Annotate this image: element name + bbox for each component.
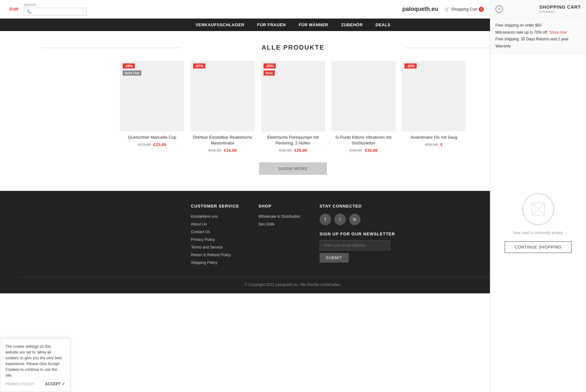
product-name-1: Quetschbar Manuelle Cup — [120, 135, 184, 140]
product-name-4: G-Punkt Klitoris Vibratoren mit Stoßfunk… — [331, 135, 395, 146]
product-image-5: -10% — [402, 61, 466, 131]
footer-link-shipping[interactable]: Shipping Policy — [191, 260, 217, 265]
newsletter-submit-button[interactable]: SUBMIT — [320, 253, 349, 263]
logo: paloqueth.eu — [402, 6, 438, 12]
product-prices-2: €39,99 €16,99 — [191, 148, 255, 153]
discount-badge-3: -25% — [264, 63, 276, 69]
cart-product-count: 0 Product — [539, 10, 581, 13]
show-more-container: SHOW MORE — [13, 162, 573, 175]
price-sale-4: €35,99 — [365, 148, 378, 153]
product-card[interactable]: -25% New Elektrische Penispumpe mit Peni… — [261, 61, 325, 153]
search-input[interactable] — [33, 9, 84, 14]
nav-item-deals[interactable]: DEALS — [376, 22, 391, 27]
products-grid: -29% Sold Out Quetschbar Manuelle Cup €3… — [13, 61, 573, 153]
product-image-2: -57% — [191, 61, 255, 131]
product-prices-3: €38,99 €28,99 — [261, 148, 325, 153]
cart-close-button[interactable]: ✕ — [495, 5, 503, 13]
header-left: EUR Search 🔍 — [10, 3, 87, 16]
cart-title: SHOPPING CART — [539, 4, 581, 10]
price-sale-2: €16,99 — [224, 148, 237, 153]
search-icon: 🔍 — [26, 9, 31, 14]
copyright: © Copyright 2021 paloqueth.eu. Alle Rech… — [244, 282, 341, 287]
product-image-3: -25% New — [261, 61, 325, 131]
cart-show-now-link[interactable]: Show now — [549, 30, 567, 35]
new-badge-3: New — [264, 70, 275, 76]
footer-link-contact-us[interactable]: Contact Us — [191, 230, 210, 234]
show-more-button[interactable]: SHOW MORE — [259, 162, 327, 175]
product-card[interactable]: -10% Analvibrator Flo mit Saug €58,99 € — [402, 61, 466, 153]
search-box: 🔍 — [23, 8, 87, 16]
footer-customer-service-title: CUSTOMER SERVICE — [191, 204, 239, 208]
product-image-4 — [331, 61, 395, 131]
cart-promo-line3: Free shipping, 30 Days Returns and 2 yea… — [495, 36, 581, 50]
product-name-2: Drehbar Einstellbar Realistische Masturb… — [191, 135, 255, 146]
footer-link-wholesale[interactable]: Wholesale & Distribution — [258, 214, 300, 219]
discount-badge-2: -57% — [193, 63, 205, 69]
price-sale-3: €28,99 — [294, 148, 307, 153]
product-name-5: Analvibrator Flo mit Saug — [402, 135, 466, 140]
cart-link[interactable]: 🛒 Shopping Cart 0 — [444, 7, 484, 12]
newsletter-email-input[interactable] — [320, 240, 390, 250]
footer-link-return[interactable]: Return & Refund Policy — [191, 253, 231, 257]
cart-count: 0 — [479, 7, 484, 12]
cart-sidebar: ✕ SHOPPING CART 0 Product Free shipping … — [490, 0, 586, 293]
price-original-3: €38,99 — [279, 148, 292, 153]
footer-shop-title: SHOP — [258, 204, 300, 208]
price-original-5: €58,99 — [425, 142, 438, 147]
search-label: Search — [23, 3, 87, 7]
social-icon-3[interactable]: in — [349, 214, 361, 225]
continue-shopping-button[interactable]: CONTINUE SHOPPING — [505, 241, 571, 253]
cart-empty-icon — [522, 193, 554, 225]
section-title: ALLE PRODUKTE — [13, 44, 573, 51]
footer-stay-connected-title: STAY CONNECTED — [320, 204, 395, 208]
newsletter-title: SIGN UP FOR OUR NEWSLETTER — [320, 232, 395, 236]
nav-item-fur-frauen[interactable]: FÜR FRAUEN — [257, 22, 286, 27]
social-icons: f t in — [320, 214, 395, 225]
footer-link-about-us[interactable]: About Us — [191, 222, 207, 226]
product-image-1: -29% Sold Out — [120, 61, 184, 131]
currency-selector[interactable]: EUR — [10, 7, 18, 12]
nav-item-zubehor[interactable]: ZUBEHÖR — [341, 22, 363, 27]
price-original-2: €39,99 — [208, 148, 221, 153]
footer-link-terms[interactable]: Terms and Service — [191, 245, 223, 249]
footer-shop-list: Wholesale & Distribution Sex Dolls — [258, 214, 300, 226]
product-prices-4: €39,99 €35,99 — [331, 148, 395, 153]
footer-content: CUSTOMER SERVICE Kontaktiere uns About U… — [19, 204, 567, 267]
newsletter: SIGN UP FOR OUR NEWSLETTER SUBMIT — [320, 232, 395, 263]
product-card[interactable]: -57% Drehbar Einstellbar Realistische Ma… — [191, 61, 255, 153]
footer-link-privacy-policy[interactable]: Privacy Policy — [191, 237, 215, 242]
cart-empty-area: Your cart is currently empty. CONTINUE S… — [490, 54, 586, 293]
price-sale-5: € — [440, 142, 443, 147]
product-name-3: Elektrische Penispumpe mit Penisring, 2 … — [261, 135, 325, 146]
footer-bottom: © Copyright 2021 paloqueth.eu. Alle Rech… — [19, 277, 567, 287]
discount-badge-1: -29% — [123, 63, 135, 69]
discount-badge-5: -10% — [404, 63, 417, 69]
sold-out-badge-1: Sold Out — [123, 70, 141, 76]
nav-item-verkaufsschlager[interactable]: VERKAUFSSCHLAGER — [196, 22, 244, 27]
social-icon-1[interactable]: f — [320, 214, 331, 225]
footer-customer-service: CUSTOMER SERVICE Kontaktiere uns About U… — [191, 204, 239, 267]
footer-link-kontaktiere-uns[interactable]: Kontaktiere uns — [191, 214, 217, 219]
social-icon-2[interactable]: t — [334, 214, 346, 225]
footer-link-sex-dolls[interactable]: Sex Dolls — [258, 222, 275, 226]
footer-customer-service-list: Kontaktiere uns About Us Contact Us Priv… — [191, 214, 239, 265]
newsletter-form: SUBMIT — [320, 240, 395, 263]
nav-item-fur-manner[interactable]: FÜR MÄNNER — [299, 22, 328, 27]
footer-shop: SHOP Wholesale & Distribution Sex Dolls — [258, 204, 300, 267]
product-prices-5: €58,99 € — [402, 142, 466, 147]
cart-sidebar-header: ✕ SHOPPING CART 0 Product — [490, 0, 586, 18]
price-sale-1: €23,69 — [153, 142, 166, 147]
cart-header-info: SHOPPING CART 0 Product — [539, 4, 581, 13]
cart-promo-sale-text: Mid-season sale up to 70% off. — [495, 30, 548, 35]
cart-promo-line2: Mid-season sale up to 70% off. Show now — [495, 29, 581, 36]
product-card[interactable]: G-Punkt Klitoris Vibratoren mit Stoßfunk… — [331, 61, 395, 153]
search-container: Search 🔍 — [23, 3, 87, 16]
product-prices-1: €33,69 €23,69 — [120, 142, 184, 147]
cart-promo: Free shipping on order $50 Mid-season sa… — [490, 18, 586, 54]
cart-empty-text: Your cart is currently empty. — [513, 230, 564, 235]
cart-promo-line1: Free shipping on order $50 — [495, 22, 581, 29]
cart-label: Shopping Cart — [451, 7, 477, 12]
product-card[interactable]: -29% Sold Out Quetschbar Manuelle Cup €3… — [120, 61, 184, 153]
footer-stay-connected: STAY CONNECTED f t in SIGN UP FOR OUR NE… — [320, 204, 395, 267]
price-original-4: €39,99 — [349, 148, 362, 153]
